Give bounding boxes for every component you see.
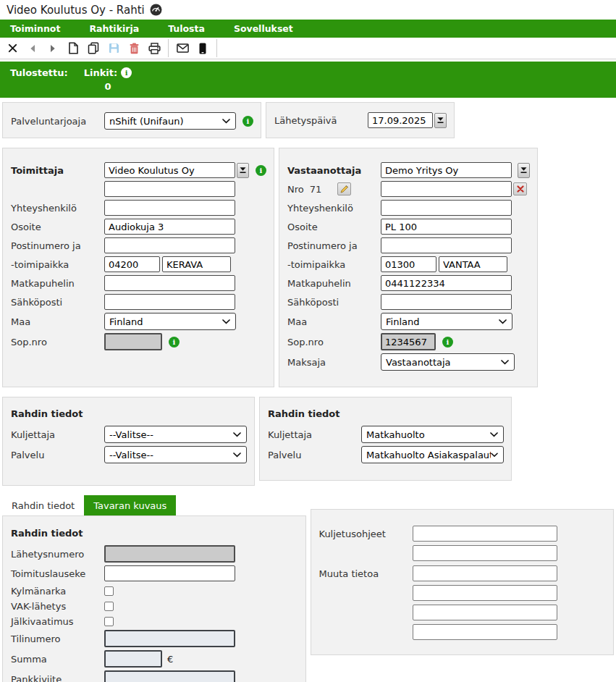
receiver-nro-value: 71 — [310, 184, 322, 195]
menu-item-tulosta[interactable]: Tulosta — [168, 23, 205, 34]
receiver-address1-input[interactable] — [381, 219, 512, 235]
shipdate-dropdown-button[interactable] — [434, 113, 447, 128]
toolbar-separator — [168, 39, 169, 57]
receiver-postalcode-input[interactable] — [381, 256, 436, 272]
receiver-email-input[interactable] — [381, 294, 512, 310]
shipdate-input[interactable] — [368, 112, 433, 128]
title-bar: Video Koulutus Oy - Rahti — [0, 0, 616, 20]
sender-postal-label-2: -toimipaikka — [11, 259, 104, 270]
mobile-icon[interactable] — [194, 40, 211, 57]
shipdate-label: Lähetyspäivä — [274, 115, 368, 126]
other-info-input-2[interactable] — [413, 585, 557, 601]
notes-panel: Kuljetusohjeet Muuta tietoa — [311, 509, 615, 655]
sender-name2-input[interactable] — [104, 181, 235, 197]
sender-country-select[interactable]: Finland — [104, 313, 236, 330]
freight-receiver-panel: Rahdin tiedot Kuljettaja Matkahuolto Pal… — [259, 397, 512, 481]
sender-dropdown-button[interactable] — [237, 163, 249, 178]
delete-icon[interactable] — [125, 40, 143, 57]
freight-sender-panel: Rahdin tiedot Kuljettaja --Valitse-- Pal… — [2, 397, 255, 486]
freight-sender-service-select[interactable]: --Valitse-- — [104, 446, 247, 463]
receiver-payer-select[interactable]: Vastaanottaja — [381, 353, 515, 371]
sender-contact-input[interactable] — [104, 200, 235, 216]
next-icon[interactable] — [44, 40, 62, 57]
receiver-country-select[interactable]: Finland — [381, 313, 512, 330]
receiver-name-input[interactable] — [381, 162, 512, 178]
edit-pencil-button[interactable] — [337, 182, 351, 195]
sender-contract-input — [104, 333, 162, 350]
other-info-input-3[interactable] — [413, 605, 557, 620]
close-icon[interactable] — [4, 40, 21, 57]
other-info-label: Muuta tietoa — [319, 568, 413, 579]
other-info-input-1[interactable] — [413, 565, 557, 581]
receiver-country-label: Maa — [287, 316, 381, 327]
cod-checkbox[interactable] — [104, 617, 114, 626]
gauge-icon — [150, 4, 162, 16]
links-info-icon[interactable]: i — [121, 67, 132, 78]
cold-sensitive-checkbox[interactable] — [104, 586, 114, 596]
freight-sender-carrier-select[interactable]: --Valitse-- — [104, 426, 247, 443]
shipment-number-label: Lähetysnumero — [11, 549, 104, 560]
combo-drop-icon — [239, 167, 247, 174]
sender-email-input[interactable] — [104, 294, 235, 310]
provider-info-icon[interactable]: i — [242, 116, 253, 127]
sender-name-input[interactable] — [104, 162, 235, 178]
print-icon[interactable] — [145, 40, 163, 57]
receiver-contract-info-icon[interactable]: i — [442, 337, 453, 348]
sender-contract-info-icon[interactable]: i — [169, 337, 180, 348]
previous-icon[interactable] — [24, 40, 41, 57]
sender-info-icon[interactable]: i — [256, 165, 266, 176]
receiver-country-value: Finland — [386, 316, 419, 327]
links-count: 0 — [84, 81, 132, 92]
delivery-term-label: Toimituslauseke — [11, 568, 104, 579]
provider-select[interactable]: nShift (Unifaun) — [104, 112, 236, 130]
menu-item-rahtikirja[interactable]: Rahtikirja — [89, 23, 139, 34]
new-document-icon[interactable] — [64, 40, 82, 57]
sum-label: Summa — [11, 654, 104, 665]
menu-item-sovellukset[interactable]: Sovellukset — [234, 23, 293, 34]
account-number-input — [104, 630, 235, 647]
shipment-number-input — [104, 545, 235, 563]
sender-mobile-input[interactable] — [104, 275, 235, 291]
sender-city-input[interactable] — [162, 256, 231, 272]
sender-postalcode-input[interactable] — [104, 256, 160, 272]
receiver-email-label: Sähköposti — [287, 297, 381, 308]
freight-sender-service-label: Palvelu — [11, 450, 104, 460]
sender-email-label: Sähköposti — [11, 297, 104, 308]
red-x-icon — [517, 185, 524, 193]
delivery-term-input[interactable] — [104, 565, 235, 581]
vak-shipment-checkbox[interactable] — [104, 602, 114, 611]
sender-panel: Toimittaja i Yhteyshenkilö Osoite Postin… — [2, 148, 274, 387]
receiver-city-input[interactable] — [439, 256, 507, 272]
freight-receiver-service-select[interactable]: Matkahuolto Asiakaspalautus — [361, 446, 504, 463]
sender-address2-input[interactable] — [104, 237, 235, 253]
clear-x-button[interactable] — [513, 182, 527, 195]
sender-address1-input[interactable] — [104, 219, 235, 235]
transport-instructions-input-1[interactable] — [413, 526, 557, 542]
tab-tavaran-kuvaus[interactable]: Tavaran kuvaus — [84, 495, 176, 515]
save-icon[interactable] — [105, 40, 122, 57]
receiver-contact-input[interactable] — [381, 200, 512, 216]
receiver-address2-input[interactable] — [381, 237, 512, 253]
freight-details-panel: Rahdin tiedot Lähetysnumero Toimituslaus… — [2, 515, 306, 682]
receiver-title: Vastaanottaja — [287, 165, 381, 176]
receiver-nro-label: Nro — [287, 184, 304, 195]
copy-icon[interactable] — [85, 40, 102, 57]
tab-bar: Rahdin tiedot Tavaran kuvaus — [2, 495, 306, 515]
email-icon[interactable] — [174, 40, 191, 57]
printed-label: Tulostettu: — [10, 67, 68, 98]
cod-label: Jälkivaatimus — [11, 616, 104, 627]
receiver-address-label: Osoite — [287, 222, 381, 232]
receiver-name2-input[interactable] — [381, 181, 512, 197]
tab-rahdin-tiedot[interactable]: Rahdin tiedot — [2, 495, 84, 515]
sum-input — [104, 650, 162, 668]
freight-receiver-carrier-label: Kuljettaja — [268, 429, 361, 440]
receiver-panel: Vastaanottaja Nro 71 — [279, 148, 538, 387]
menu-item-toiminnot[interactable]: Toiminnot — [10, 23, 60, 34]
pencil-icon — [340, 185, 349, 193]
receiver-mobile-input[interactable] — [381, 275, 512, 291]
other-info-input-4[interactable] — [413, 624, 557, 640]
receiver-dropdown-button[interactable] — [518, 163, 530, 178]
freight-receiver-carrier-select[interactable]: Matkahuolto — [361, 426, 504, 443]
transport-instructions-input-2[interactable] — [413, 545, 557, 561]
receiver-payer-value: Vastaanottaja — [386, 357, 451, 368]
